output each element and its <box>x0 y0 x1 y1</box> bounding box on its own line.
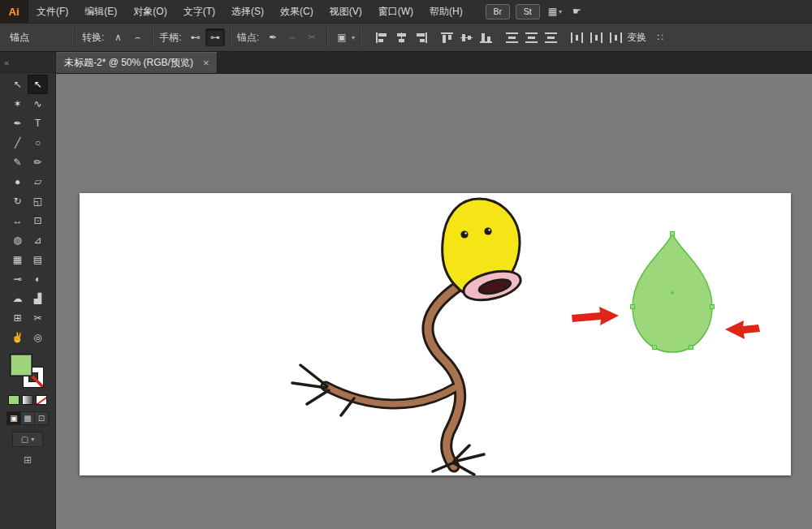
none-mode-icon[interactable] <box>36 395 47 405</box>
character-eye-left <box>460 230 468 238</box>
draw-behind-mode[interactable]: ▩ <box>21 412 35 424</box>
menu-type[interactable]: 文字(T) <box>175 0 223 23</box>
leaf-center-point[interactable] <box>671 291 674 295</box>
canvas[interactable] <box>56 74 812 529</box>
menu-effect[interactable]: 效果(C) <box>272 0 322 23</box>
line-segment-tool[interactable]: ╱ <box>7 133 28 153</box>
isolate-object-icon[interactable]: ▣ <box>333 29 351 45</box>
rotate-tool[interactable]: ↻ <box>7 191 28 211</box>
bridge-button[interactable]: Br <box>486 4 510 19</box>
panel-collapse-icon[interactable]: « <box>4 58 9 67</box>
width-tool[interactable]: ↔ <box>7 211 28 230</box>
menu-window[interactable]: 窗口(W) <box>370 0 421 23</box>
arrange-documents-icon[interactable]: ▦ ▾ <box>546 6 564 17</box>
distribute-horizontal-right-icon[interactable] <box>607 29 624 45</box>
gradient-tool[interactable]: ▤ <box>28 250 48 269</box>
hand-tool[interactable]: ✌ <box>7 328 28 347</box>
shape-builder-tool[interactable]: ◍ <box>7 230 28 250</box>
artboard[interactable] <box>80 193 791 475</box>
slice-tool[interactable]: ✂ <box>28 308 48 328</box>
menu-file[interactable]: 文件(F) <box>28 0 76 23</box>
convert-smooth-icon[interactable]: ⌢ <box>128 29 146 45</box>
gradient-mode-icon[interactable] <box>22 395 33 405</box>
lasso-tool[interactable]: ∿ <box>28 94 48 114</box>
chevron-down-icon[interactable]: ▾ <box>352 34 355 41</box>
handles-show-icon[interactable]: ⊷ <box>187 29 205 45</box>
ellipse-tool[interactable]: ○ <box>28 133 48 153</box>
arrow-left-annotation <box>572 307 619 325</box>
zoom-tool[interactable]: ◎ <box>28 328 48 347</box>
distribute-horizontal-left-icon[interactable] <box>568 29 585 45</box>
align-vertical-bottom-icon[interactable] <box>477 29 495 45</box>
transform-label[interactable]: 变换 <box>627 31 646 45</box>
align-horizontal-left-icon[interactable] <box>373 29 391 45</box>
menu-view[interactable]: 视图(V) <box>322 0 370 23</box>
scale-tool[interactable]: ◱ <box>28 191 48 211</box>
tools-panel-header: « <box>0 52 55 73</box>
leaf-shape[interactable] <box>631 232 715 353</box>
align-horizontal-center-icon[interactable] <box>392 29 410 45</box>
pen-tool[interactable]: ✒ <box>7 114 28 133</box>
main-menu: 文件(F) 编辑(E) 对象(O) 文字(T) 选择(S) 效果(C) 视图(V… <box>28 0 471 23</box>
distribute-vertical-center-icon[interactable] <box>522 29 540 45</box>
transform-panel-icon[interactable]: ∷ <box>651 29 669 45</box>
bellsprout-character[interactable] <box>292 199 524 475</box>
free-transform-tool[interactable]: ⊡ <box>28 211 48 230</box>
anchor-point-right[interactable] <box>710 305 715 309</box>
character-eye-right <box>484 227 491 234</box>
style-button[interactable]: St <box>516 4 540 19</box>
align-horizontal-right-icon[interactable] <box>412 29 430 45</box>
handles-hide-icon[interactable]: ⊶ <box>206 29 224 45</box>
align-glyph <box>571 32 583 43</box>
perspective-grid-tool[interactable]: ⊿ <box>28 230 48 250</box>
fill-swatch[interactable] <box>10 354 32 376</box>
color-mode-icon[interactable] <box>8 395 19 405</box>
tool-grid: ↖ ↖ ✶ ∿ ✒ T ╱ ○ ✎ ✏ ● ▱ <box>7 75 48 347</box>
anchor-point-bottom-right[interactable] <box>689 346 693 350</box>
convert-corner-icon[interactable]: ∧ <box>109 29 127 45</box>
anchor-remove-icon[interactable]: ✒ <box>264 29 282 45</box>
direct-selection-tool[interactable]: ↖ <box>28 75 48 94</box>
distribute-horizontal-center-icon[interactable] <box>587 29 605 45</box>
anchor-cut-icon[interactable]: ✂ <box>303 29 321 45</box>
magic-wand-tool[interactable]: ✶ <box>7 94 28 114</box>
screen-mode-button[interactable]: ▢ ▾ <box>12 432 43 447</box>
menu-help[interactable]: 帮助(H) <box>421 0 471 23</box>
align-vertical-center-icon[interactable] <box>457 29 475 45</box>
menu-select[interactable]: 选择(S) <box>223 0 272 23</box>
pencil-tool[interactable]: ✏ <box>28 153 48 172</box>
blend-tool[interactable]: ◐ <box>28 269 48 289</box>
selection-tool[interactable]: ↖ <box>7 75 28 94</box>
paintbrush-tool[interactable]: ✎ <box>7 153 28 172</box>
align-glyph <box>376 32 388 43</box>
column-graph-tool[interactable]: ▟ <box>28 289 48 308</box>
distribute-vertical-bottom-icon[interactable] <box>542 29 559 45</box>
artboard-tool[interactable]: ⊞ <box>7 308 28 328</box>
convert-label: 转换: <box>82 31 104 45</box>
chevron-down-icon: ▾ <box>31 436 34 443</box>
paint-mode-row <box>8 395 47 405</box>
type-tool[interactable]: T <box>28 114 48 133</box>
draw-inside-mode[interactable]: ⊡ <box>35 412 48 424</box>
tab-close-icon[interactable]: × <box>203 58 209 68</box>
character-stem[interactable] <box>428 286 460 467</box>
anchor-point-bottom-left[interactable] <box>653 346 657 350</box>
menu-object[interactable]: 对象(O) <box>125 0 175 23</box>
mesh-tool[interactable]: ▦ <box>7 250 28 269</box>
eraser-tool[interactable]: ▱ <box>28 172 48 191</box>
artwork-layer <box>80 193 791 475</box>
cs-live-icon[interactable]: ☛ <box>570 6 584 17</box>
anchor-point-left[interactable] <box>631 305 635 309</box>
anchor-point-top[interactable] <box>671 232 675 236</box>
menu-edit[interactable]: 编辑(E) <box>76 0 125 23</box>
document-tab[interactable]: 未标题-2* @ 50% (RGB/预览) × <box>56 52 218 73</box>
distribute-vertical-top-icon[interactable] <box>503 29 520 45</box>
blob-brush-tool[interactable]: ● <box>7 172 28 191</box>
draw-normal-mode[interactable]: ▣ <box>7 412 21 424</box>
edit-toolbar-icon[interactable]: ⊞ <box>24 454 32 466</box>
eyedropper-tool[interactable]: ⊸ <box>7 269 28 289</box>
symbol-sprayer-tool[interactable]: ☁ <box>7 289 28 308</box>
anchor-connect-icon[interactable]: ⌢ <box>283 29 301 45</box>
separator <box>360 28 361 47</box>
align-vertical-top-icon[interactable] <box>438 29 456 45</box>
